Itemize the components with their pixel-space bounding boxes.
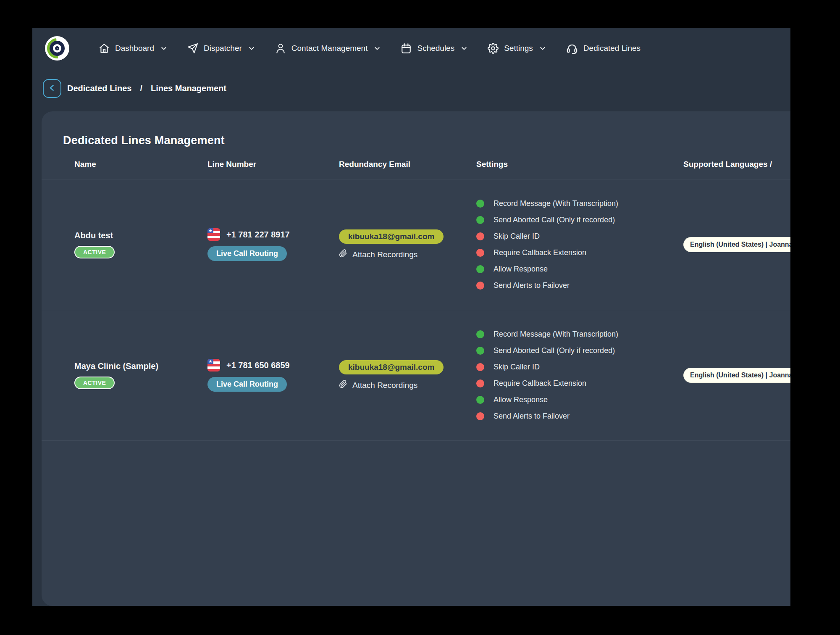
chevron-down-icon xyxy=(539,45,546,52)
nav-item-settings[interactable]: Settings xyxy=(488,43,546,54)
routing-badge: Live Call Routing xyxy=(207,377,287,392)
column-header-name: Name xyxy=(74,160,207,179)
home-icon xyxy=(99,43,110,54)
status-badge: ACTIVE xyxy=(74,246,115,258)
nav-label: Dashboard xyxy=(115,44,154,53)
status-dot xyxy=(476,330,484,338)
phone-number: +1 781 650 6859 xyxy=(226,361,290,370)
column-header-redundancy-email: Redundancy Email xyxy=(339,160,476,179)
nav-items: Dashboard Dispatcher Contact Managemen xyxy=(99,42,640,54)
chevron-down-icon xyxy=(374,45,381,52)
chevron-left-icon xyxy=(48,84,56,93)
top-nav: Dashboard Dispatcher Contact Managemen xyxy=(32,28,790,61)
setting-item: Send Alerts to Failover xyxy=(476,281,618,290)
status-badge: ACTIVE xyxy=(74,377,115,389)
paperclip-icon xyxy=(339,380,347,390)
setting-item: Require Callback Extension xyxy=(476,248,618,257)
headset-icon xyxy=(566,42,578,54)
table-row: Maya Clinic (Sample) ACTIVE ★ +1 781 650… xyxy=(42,310,790,440)
nav-label: Settings xyxy=(504,44,533,53)
app-logo[interactable] xyxy=(45,36,69,61)
line-number-cell: ★ +1 781 227 8917 Live Call Routing xyxy=(207,228,339,261)
status-dot xyxy=(476,216,484,224)
chevron-down-icon xyxy=(160,45,167,52)
status-dot xyxy=(476,282,484,290)
logo-core xyxy=(55,46,59,50)
country-flag-icon: ★ xyxy=(207,228,220,241)
status-dot xyxy=(476,379,484,387)
setting-item: Skip Caller ID xyxy=(476,232,618,241)
nav-label: Schedules xyxy=(417,44,454,53)
settings-cell: Record Message (With Transcription) Send… xyxy=(476,330,683,421)
country-flag-icon: ★ xyxy=(207,359,220,372)
line-number-cell: ★ +1 781 650 6859 Live Call Routing xyxy=(207,359,339,392)
chevron-down-icon xyxy=(248,45,255,52)
status-dot xyxy=(476,232,484,240)
status-dot xyxy=(476,249,484,257)
setting-item: Record Message (With Transcription) xyxy=(476,199,618,208)
breadcrumb-item-dedicated-lines[interactable]: Dedicated Lines xyxy=(67,84,131,93)
email-badge: kibuuka18@gmail.com xyxy=(339,229,444,244)
status-dot xyxy=(476,347,484,355)
setting-item: Send Aborted Call (Only if recorded) xyxy=(476,346,618,355)
redundancy-email-cell: kibuuka18@gmail.com Attach Recordings xyxy=(339,229,476,260)
nav-item-schedules[interactable]: Schedules xyxy=(401,43,467,54)
nav-label: Contact Management xyxy=(291,44,368,53)
setting-item: Allow Response xyxy=(476,395,618,404)
name-cell: Abdu test ACTIVE xyxy=(74,231,207,258)
column-header-settings: Settings xyxy=(476,160,683,179)
app-window: Dashboard Dispatcher Contact Managemen xyxy=(32,28,790,606)
gear-icon xyxy=(488,43,499,54)
language-badge: English (United States) | Joanna xyxy=(683,368,790,383)
nav-label: Dedicated Lines xyxy=(583,44,640,53)
setting-item: Skip Caller ID xyxy=(476,363,618,372)
page-title: Dedicated Lines Management xyxy=(63,134,790,147)
email-badge: kibuuka18@gmail.com xyxy=(339,360,444,374)
column-header-line-number: Line Number xyxy=(207,160,339,179)
paperclip-icon xyxy=(339,249,347,260)
routing-badge: Live Call Routing xyxy=(207,246,287,261)
breadcrumb-item-lines-management: Lines Management xyxy=(151,84,226,93)
nav-item-dedicated-lines[interactable]: Dedicated Lines xyxy=(566,42,640,54)
supported-languages-cell: English (United States) | Joanna xyxy=(683,237,790,252)
line-name: Maya Clinic (Sample) xyxy=(74,361,158,371)
row-divider xyxy=(42,440,790,441)
nav-item-contact-management[interactable]: Contact Management xyxy=(275,43,381,54)
attach-recordings-link[interactable]: Attach Recordings xyxy=(339,249,417,260)
status-dot xyxy=(476,396,484,404)
breadcrumb-separator: / xyxy=(140,84,142,93)
send-icon xyxy=(187,43,198,54)
nav-label: Dispatcher xyxy=(204,44,242,53)
status-dot xyxy=(476,200,484,208)
setting-item: Send Aborted Call (Only if recorded) xyxy=(476,216,618,224)
language-badge: English (United States) | Joanna xyxy=(683,237,790,252)
back-button[interactable] xyxy=(43,79,61,98)
status-dot xyxy=(476,265,484,273)
nav-item-dashboard[interactable]: Dashboard xyxy=(99,43,167,54)
person-icon xyxy=(275,43,286,54)
settings-cell: Record Message (With Transcription) Send… xyxy=(476,199,683,290)
chevron-down-icon xyxy=(461,45,467,52)
attach-recordings-link[interactable]: Attach Recordings xyxy=(339,380,417,390)
redundancy-email-cell: kibuuka18@gmail.com Attach Recordings xyxy=(339,360,476,390)
nav-item-dispatcher[interactable]: Dispatcher xyxy=(187,43,255,54)
name-cell: Maya Clinic (Sample) ACTIVE xyxy=(74,361,207,389)
status-dot xyxy=(476,363,484,371)
setting-item: Record Message (With Transcription) xyxy=(476,330,618,339)
lines-management-card: Dedicated Lines Management Name Line Num… xyxy=(42,111,790,606)
table-row: Abdu test ACTIVE ★ +1 781 227 8917 Live … xyxy=(42,179,790,310)
setting-item: Allow Response xyxy=(476,265,618,274)
supported-languages-cell: English (United States) | Joanna xyxy=(683,368,790,383)
phone-number: +1 781 227 8917 xyxy=(226,230,290,240)
calendar-icon xyxy=(401,43,412,54)
setting-item: Send Alerts to Failover xyxy=(476,412,618,421)
column-header-supported-languages: Supported Languages / xyxy=(683,160,790,179)
table-header-row: Name Line Number Redundancy Email Settin… xyxy=(42,160,790,179)
breadcrumb: Dedicated Lines / Lines Management xyxy=(43,79,790,98)
setting-item: Require Callback Extension xyxy=(476,379,618,388)
line-name: Abdu test xyxy=(74,231,113,240)
status-dot xyxy=(476,412,484,420)
